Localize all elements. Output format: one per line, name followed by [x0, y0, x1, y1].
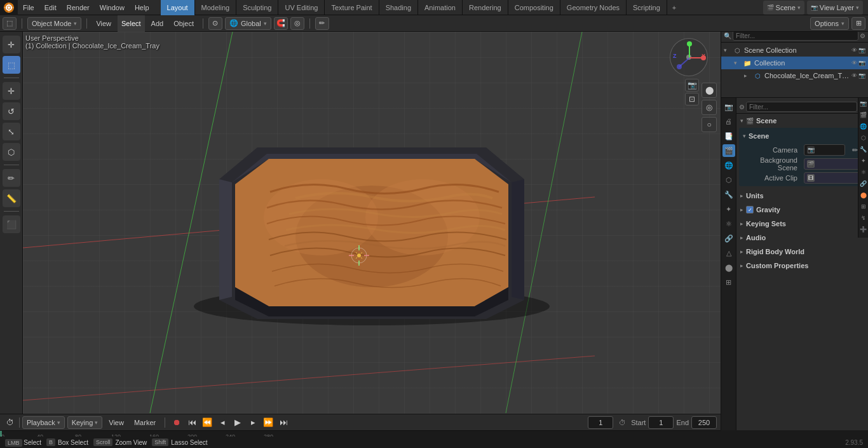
tab-animation[interactable]: Animation: [418, 0, 463, 15]
viewport-shading-solid[interactable]: ⬤: [702, 83, 717, 98]
strip-render-icon[interactable]: 📷: [859, 100, 868, 109]
cursor-tool[interactable]: ✛: [3, 36, 20, 53]
outliner-mesh-object[interactable]: ▸ ⬡ Chocolate_Ice_Cream_Tr... 👁 📷: [721, 69, 868, 82]
rigid-body-section-header[interactable]: ▸ Rigid Body World: [736, 245, 868, 259]
tab-uv-editing[interactable]: UV Editing: [278, 0, 325, 15]
add-tool[interactable]: ⬛: [3, 215, 20, 233]
background-scene-value[interactable]: 🎬: [804, 158, 860, 170]
props-particles-icon[interactable]: ✦: [722, 203, 735, 215]
header-add[interactable]: Add: [147, 15, 168, 32]
props-constraints-icon[interactable]: 🔗: [722, 232, 735, 245]
tab-modeling[interactable]: Modeling: [195, 0, 237, 15]
orthographic-btn[interactable]: ⊡: [685, 93, 699, 105]
menu-file[interactable]: File: [18, 0, 39, 15]
add-workspace-btn[interactable]: +: [667, 4, 681, 11]
props-data-icon[interactable]: △: [722, 247, 735, 259]
start-frame-input[interactable]: 1: [648, 416, 674, 429]
mesh-render[interactable]: 📷: [858, 72, 865, 79]
rotate-tool[interactable]: ↺: [3, 102, 20, 120]
view-layer-selector[interactable]: 📷 View Layer ▾: [807, 1, 863, 15]
editor-icon-btn2[interactable]: ⊞: [851, 17, 865, 30]
units-section-header[interactable]: ▸ Units: [736, 189, 868, 203]
strip-material-icon[interactable]: ⬤: [859, 192, 868, 201]
tab-scripting[interactable]: Scripting: [627, 0, 667, 15]
snap-btn[interactable]: 🧲: [274, 17, 288, 30]
collection-hide[interactable]: 👁: [851, 60, 857, 66]
strip-scene-icon[interactable]: 🎬: [859, 112, 868, 121]
strip-addon-icon[interactable]: ➕: [859, 226, 868, 235]
next-frame-btn[interactable]: ⏩: [262, 416, 275, 429]
strip-driver-icon[interactable]: ↯: [859, 215, 868, 224]
transform-tool[interactable]: ⬡: [3, 143, 20, 161]
props-world-icon[interactable]: 🌐: [722, 159, 735, 172]
annotate-btn[interactable]: ✏: [315, 17, 329, 30]
scene-sub-header[interactable]: ▾ Scene: [739, 129, 865, 143]
tab-compositing[interactable]: Compositing: [508, 0, 560, 15]
timeline-marker-menu[interactable]: Marker: [130, 414, 159, 431]
menu-edit[interactable]: Edit: [39, 0, 62, 15]
select-tool[interactable]: ⬚: [3, 56, 20, 74]
transform-space-dropdown[interactable]: 🌐 Global ▾: [225, 17, 271, 30]
header-view[interactable]: View: [92, 15, 115, 32]
viewport-shading-material[interactable]: ◎: [702, 100, 717, 115]
props-texture-icon[interactable]: ⊞: [722, 276, 735, 288]
outliner-collection[interactable]: ▾ 📁 Collection 👁 📷: [721, 57, 868, 69]
collection-render[interactable]: 📷: [858, 60, 865, 66]
header-object[interactable]: Object: [170, 15, 198, 32]
props-output-icon[interactable]: 🖨: [722, 115, 735, 128]
tab-shading[interactable]: Shading: [379, 0, 418, 15]
scene-collection-render[interactable]: 📷: [858, 47, 865, 53]
viewport-shading-render[interactable]: ○: [702, 117, 717, 132]
menu-render[interactable]: Render: [62, 0, 95, 15]
props-material-icon[interactable]: ⬤: [722, 261, 735, 274]
prev-keyframe-btn[interactable]: ◂: [216, 416, 229, 429]
outliner-search-input[interactable]: [733, 31, 858, 41]
strip-object-icon[interactable]: ⬡: [859, 135, 868, 144]
scene-collection-hide[interactable]: 👁: [851, 47, 857, 53]
props-physics-icon[interactable]: ⚛: [722, 217, 735, 230]
tab-layout[interactable]: Layout: [161, 0, 195, 15]
menu-window[interactable]: Window: [95, 0, 130, 15]
props-view-layer-icon[interactable]: 📑: [722, 130, 735, 142]
strip-modifier-icon[interactable]: 🔧: [859, 146, 868, 155]
gravity-checkbox[interactable]: ✓: [746, 206, 754, 214]
audio-section-header[interactable]: ▸ Audio: [736, 231, 868, 245]
next-keyframe-btn[interactable]: ▸: [247, 416, 259, 429]
end-frame-input[interactable]: 250: [691, 416, 717, 429]
custom-props-section-header[interactable]: ▸ Custom Properties: [736, 259, 868, 273]
camera-view-btn[interactable]: 📷: [685, 79, 699, 92]
tab-sculpting[interactable]: Sculpting: [236, 0, 278, 15]
tab-texture-paint[interactable]: Texture Paint: [325, 0, 379, 15]
props-object-icon[interactable]: ⬡: [722, 173, 735, 186]
gravity-section-header[interactable]: ▸ ✓ Gravity: [736, 203, 868, 217]
transform-pivot-btn[interactable]: ⊙: [208, 17, 222, 30]
timeline-view-menu[interactable]: View: [105, 414, 128, 431]
3d-viewport[interactable]: User Perspective (1) Collection | Chocol…: [23, 32, 721, 430]
annotate-tool[interactable]: ✏: [3, 169, 20, 187]
editor-type-btn[interactable]: ⬚: [3, 17, 17, 30]
menu-help[interactable]: Help: [130, 0, 154, 15]
options-dropdown[interactable]: Options ▾: [810, 17, 849, 30]
strip-world-icon[interactable]: 🌐: [859, 123, 868, 132]
strip-particles-icon[interactable]: ✦: [859, 158, 868, 166]
strip-constraint-icon[interactable]: 🔗: [859, 180, 868, 189]
move-tool[interactable]: ✛: [3, 82, 20, 100]
tab-rendering[interactable]: Rendering: [463, 0, 508, 15]
props-scene-icon[interactable]: 🎬: [722, 144, 735, 157]
mode-dropdown[interactable]: Object Mode ▾: [27, 17, 81, 30]
outliner-filter-icon[interactable]: ⚙: [860, 32, 865, 39]
record-btn[interactable]: ⏺: [170, 416, 183, 429]
scale-tool[interactable]: ⤡: [3, 123, 20, 140]
scene-section-header[interactable]: ▾ 🎬 Scene: [736, 114, 868, 128]
timeline-editor-type-btn[interactable]: ⏱: [4, 416, 17, 429]
props-search-input[interactable]: [746, 102, 857, 112]
prev-frame-btn[interactable]: ⏪: [201, 416, 214, 429]
strip-physics-icon[interactable]: ⚛: [859, 169, 868, 178]
measure-tool[interactable]: 📏: [3, 189, 20, 207]
jump-start-btn[interactable]: ⏮: [186, 416, 198, 429]
proportional-btn[interactable]: ◎: [290, 17, 304, 30]
outliner-scene-collection[interactable]: ▾ ⬡ Scene Collection 👁 📷: [721, 44, 868, 57]
mesh-hide[interactable]: 👁: [851, 72, 857, 79]
camera-value[interactable]: 📷: [804, 144, 845, 156]
props-modifier-icon[interactable]: 🔧: [722, 188, 735, 201]
